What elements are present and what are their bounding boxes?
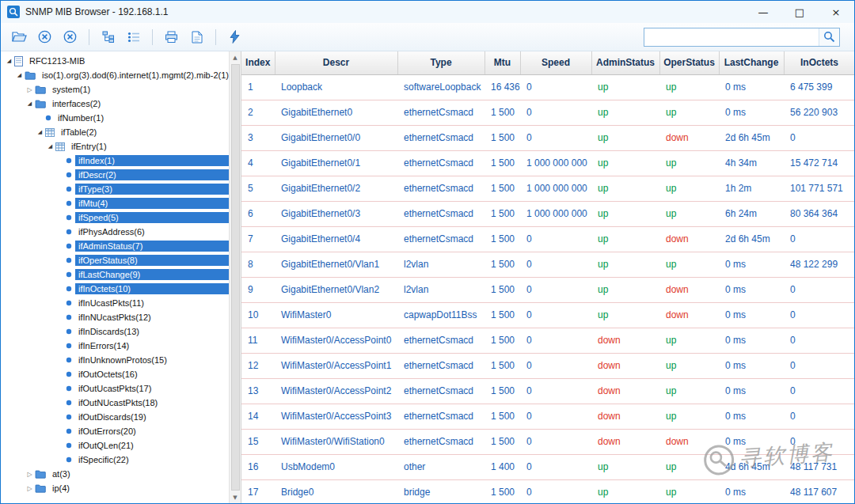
column-header-lastchange[interactable]: LastChange xyxy=(719,51,784,74)
scroll-up-icon[interactable]: ▲ xyxy=(230,51,241,63)
tree-item-ifOutErrors-20[interactable]: ifOutErrors(20) xyxy=(1,424,229,438)
tree-item-label: ifType(3) xyxy=(75,184,229,195)
tree-view-icon[interactable] xyxy=(97,26,119,47)
tree-item-ifTable-2[interactable]: ◢ifTable(2) xyxy=(1,125,229,139)
cell-index: 13 xyxy=(241,378,275,404)
table-row[interactable]: 6GigabitEthernet0/3ethernetCsmacd1 5001 … xyxy=(241,201,854,226)
table-header-row: IndexDescrTypeMtuSpeedAdminStatusOperSta… xyxy=(241,51,854,74)
tree-item-ifInErrors-14[interactable]: ifInErrors(14) xyxy=(1,339,229,353)
node-list-icon[interactable] xyxy=(123,26,144,47)
scroll-down-icon[interactable]: ▼ xyxy=(230,491,241,503)
tree-item-iso-1-org-3-dod-6-internet-1-mgmt-2-mib-2-1[interactable]: ◢iso(1).org(3).dod(6).internet(1).mgmt(2… xyxy=(1,68,229,82)
tree-scrollbar[interactable]: ▲ ▼ xyxy=(229,51,241,503)
cell-type: other xyxy=(397,454,484,479)
table-row[interactable]: 9GigabitEthernet0/Vlan2l2vlan1 5000updow… xyxy=(241,277,854,302)
tree-item-ifEntry-1[interactable]: ◢ifEntry(1) xyxy=(1,139,229,153)
open-folder-icon[interactable] xyxy=(9,26,30,47)
tree-item-ifNumber-1[interactable]: ifNumber(1) xyxy=(1,111,229,125)
table-row[interactable]: 7GigabitEthernet0/4ethernetCsmacd1 5000u… xyxy=(241,226,854,252)
column-header-inoctets[interactable]: InOctets xyxy=(784,51,854,74)
tree-item-interfaces-2[interactable]: ◢interfaces(2) xyxy=(1,97,229,111)
export-icon[interactable] xyxy=(186,26,207,47)
table-row[interactable]: 12WifiMaster0/AccessPoint1ethernetCsmacd… xyxy=(241,353,854,378)
tree-item-ifIndex-1[interactable]: ifIndex(1) xyxy=(1,153,229,168)
collapsed-arrow-icon[interactable]: ▷ xyxy=(25,485,35,492)
tree-item-ifSpeed-5[interactable]: ifSpeed(5) xyxy=(1,210,229,225)
column-header-type[interactable]: Type xyxy=(397,51,484,74)
scrollbar-thumb[interactable] xyxy=(231,64,240,491)
tree-item-ifOutNUcastPkts-18[interactable]: ifOutNUcastPkts(18) xyxy=(1,396,229,410)
table-row[interactable]: 15WifiMaster0/WifiStation0ethernetCsmacd… xyxy=(241,429,854,454)
tree-item-ifOutUcastPkts-17[interactable]: ifOutUcastPkts(17) xyxy=(1,381,229,396)
stop-all-icon[interactable] xyxy=(59,26,81,47)
table-row[interactable]: 14WifiMaster0/AccessPoint3ethernetCsmacd… xyxy=(241,404,854,429)
table-row[interactable]: 3GigabitEthernet0/0ethernetCsmacd1 5000u… xyxy=(241,125,854,150)
table-row[interactable]: 2GigabitEthernet0ethernetCsmacd1 5000upu… xyxy=(241,100,854,125)
go-icon[interactable] xyxy=(224,26,245,47)
column-header-adminstatus[interactable]: AdminStatus xyxy=(591,51,659,74)
main-area: ◢RFC1213-MIB◢iso(1).org(3).dod(6).intern… xyxy=(1,51,854,503)
tree-item-ifInDiscards-13[interactable]: ifInDiscards(13) xyxy=(1,324,229,339)
table-row[interactable]: 16UsbModem0other1 4000upup4d 6h 45m48 11… xyxy=(241,454,854,479)
expanded-arrow-icon[interactable]: ◢ xyxy=(35,129,45,135)
table-row[interactable]: 13WifiMaster0/AccessPoint2ethernetCsmacd… xyxy=(241,378,854,404)
tree-item-label: ifOperStatus(8) xyxy=(75,255,229,266)
tree-item-ifOutQLen-21[interactable]: ifOutQLen(21) xyxy=(1,438,229,453)
tree-item-ifType-3[interactable]: ifType(3) xyxy=(1,182,229,196)
tree-item-ifSpecific-22[interactable]: ifSpecific(22) xyxy=(1,453,229,467)
cell-type: ethernetCsmacd xyxy=(397,226,484,252)
tree-item-ifMtu-4[interactable]: ifMtu(4) xyxy=(1,196,229,210)
cell-descr: WifiMaster0/WifiStation0 xyxy=(275,429,397,454)
tree-item-ifDescr-2[interactable]: ifDescr(2) xyxy=(1,168,229,182)
expanded-arrow-icon[interactable]: ◢ xyxy=(45,143,55,150)
search-icon[interactable] xyxy=(819,28,839,46)
collapsed-arrow-icon[interactable]: ▷ xyxy=(25,471,35,478)
column-header-operstatus[interactable]: OperStatus xyxy=(659,51,719,74)
search-input[interactable] xyxy=(644,28,819,46)
tree-item-label: ifInErrors(14) xyxy=(75,340,132,351)
tree-item-ifInUcastPkts-11[interactable]: ifInUcastPkts(11) xyxy=(1,296,229,310)
table-row[interactable]: 5GigabitEthernet0/2ethernetCsmacd1 5001 … xyxy=(241,176,854,201)
tree-item-label: ifOutQLen(21) xyxy=(75,440,137,451)
tree-item-label: ifInNUcastPkts(12) xyxy=(75,312,154,323)
collapsed-arrow-icon[interactable]: ▷ xyxy=(25,86,35,93)
tree-item-at-3[interactable]: ▷at(3) xyxy=(1,467,229,481)
column-header-mtu[interactable]: Mtu xyxy=(484,51,520,74)
table-row[interactable]: 1LoopbacksoftwareLoopback16 4360upup0 ms… xyxy=(241,74,854,100)
tree-item-ifInUnknownProtos-15[interactable]: ifInUnknownProtos(15) xyxy=(1,353,229,367)
column-header-index[interactable]: Index xyxy=(241,51,275,74)
tree-item-ifInNUcastPkts-12[interactable]: ifInNUcastPkts(12) xyxy=(1,310,229,324)
table-row[interactable]: 10WifiMaster0capwapDot11Bss1 5000updown0… xyxy=(241,302,854,328)
expanded-arrow-icon[interactable]: ◢ xyxy=(25,100,35,107)
close-button[interactable]: × xyxy=(818,1,854,23)
tree-item-ifOutDiscards-19[interactable]: ifOutDiscards(19) xyxy=(1,410,229,424)
tree-item-system-1[interactable]: ▷system(1) xyxy=(1,82,229,97)
cell-inoctets: 0 xyxy=(784,277,854,302)
tree-item-ifInOctets-10[interactable]: ifInOctets(10) xyxy=(1,282,229,296)
table-row[interactable]: 17Bridge0bridge1 5000upup0 ms48 117 607 xyxy=(241,479,854,503)
tree-item-label: ifOutErrors(20) xyxy=(75,426,139,437)
tree-item-ifPhysAddress-6[interactable]: ifPhysAddress(6) xyxy=(1,225,229,239)
column-header-descr[interactable]: Descr xyxy=(275,51,397,74)
column-header-speed[interactable]: Speed xyxy=(520,51,591,74)
tree-item-ip-4[interactable]: ▷ip(4) xyxy=(1,481,229,495)
tree-item-ifAdminStatus-7[interactable]: ifAdminStatus(7) xyxy=(1,239,229,253)
cell-index: 3 xyxy=(241,125,275,150)
expanded-arrow-icon[interactable]: ◢ xyxy=(14,72,25,78)
minimize-button[interactable]: — xyxy=(745,1,781,23)
folder-icon xyxy=(35,100,46,108)
stop-icon[interactable] xyxy=(34,26,55,47)
table-row[interactable]: 11WifiMaster0/AccessPoint0ethernetCsmacd… xyxy=(241,328,854,353)
node-bullet-icon xyxy=(66,243,72,249)
table-row[interactable]: 8GigabitEthernet0/Vlan1l2vlan1 5000upup0… xyxy=(241,252,854,277)
table-row[interactable]: 4GigabitEthernet0/1ethernetCsmacd1 5001 … xyxy=(241,150,854,176)
tree-item-ifOutOctets-16[interactable]: ifOutOctets(16) xyxy=(1,367,229,381)
tree-item-RFC1213-MIB[interactable]: ◢RFC1213-MIB xyxy=(1,54,229,68)
cell-descr: Loopback xyxy=(275,74,397,100)
tree-item-ifOperStatus-8[interactable]: ifOperStatus(8) xyxy=(1,253,229,267)
expanded-arrow-icon[interactable]: ◢ xyxy=(4,58,14,64)
table-icon xyxy=(45,128,55,137)
tree-item-ifLastChange-9[interactable]: ifLastChange(9) xyxy=(1,267,229,282)
maximize-button[interactable]: □ xyxy=(781,1,818,23)
print-icon[interactable] xyxy=(161,26,182,47)
